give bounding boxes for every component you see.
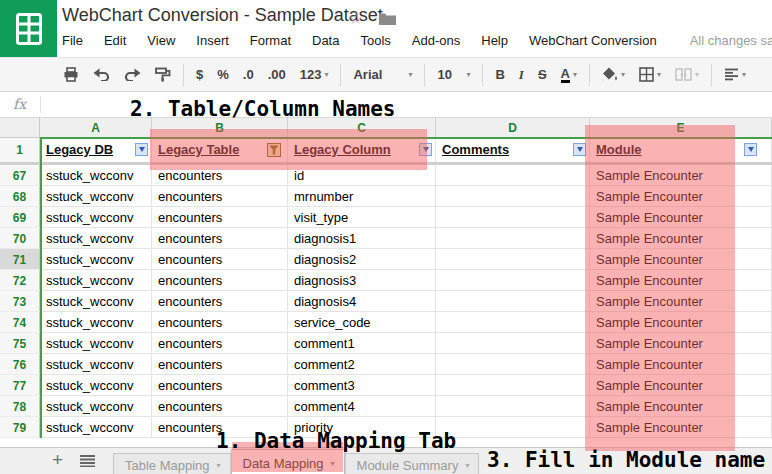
- paint-format-icon[interactable]: [148, 65, 178, 84]
- cell-a76[interactable]: sstuck_wcconv: [40, 354, 152, 375]
- cell-d69[interactable]: [436, 207, 590, 228]
- cell-c75[interactable]: comment1: [288, 333, 436, 354]
- header-cell-comments[interactable]: Comments: [436, 138, 590, 162]
- cell-a77[interactable]: sstuck_wcconv: [40, 375, 152, 396]
- row-header-69[interactable]: 69: [0, 207, 40, 228]
- percent-format-button[interactable]: %: [210, 65, 236, 84]
- row-header-74[interactable]: 74: [0, 312, 40, 333]
- menu-format[interactable]: Format: [250, 33, 291, 48]
- row-header-75[interactable]: 75: [0, 333, 40, 354]
- select-all-corner[interactable]: [0, 118, 40, 138]
- cell-d76[interactable]: [436, 354, 590, 375]
- all-sheets-icon[interactable]: [80, 455, 95, 467]
- cell-b74[interactable]: encounters: [152, 312, 288, 333]
- cell-c69[interactable]: visit_type: [288, 207, 436, 228]
- cell-a75[interactable]: sstuck_wcconv: [40, 333, 152, 354]
- sheet-tab-table-mapping[interactable]: Table Mapping▾: [113, 453, 231, 474]
- cell-b69[interactable]: encounters: [152, 207, 288, 228]
- cell-d72[interactable]: [436, 270, 590, 291]
- row-header-1[interactable]: 1: [0, 138, 40, 162]
- cell-a67[interactable]: sstuck_wcconv: [40, 165, 152, 186]
- cell-a69[interactable]: sstuck_wcconv: [40, 207, 152, 228]
- sheets-logo-icon[interactable]: [0, 0, 57, 57]
- text-color-button[interactable]: A ▾: [554, 65, 584, 85]
- cell-d71[interactable]: [436, 249, 590, 270]
- decrease-decimal-button[interactable]: .0: [236, 65, 261, 84]
- merge-cells-button[interactable]: ▾: [668, 66, 706, 83]
- cell-c78[interactable]: comment4: [288, 396, 436, 417]
- filter-dropdown-icon[interactable]: [744, 143, 757, 156]
- currency-format-button[interactable]: $: [189, 65, 210, 84]
- cell-d73[interactable]: [436, 291, 590, 312]
- more-formats-button[interactable]: 123 ▾: [293, 65, 336, 84]
- cell-a73[interactable]: sstuck_wcconv: [40, 291, 152, 312]
- borders-button[interactable]: ▾: [632, 65, 668, 84]
- row-header-77[interactable]: 77: [0, 375, 40, 396]
- cell-d68[interactable]: [436, 186, 590, 207]
- menu-edit[interactable]: Edit: [104, 33, 126, 48]
- folder-icon[interactable]: [379, 12, 396, 25]
- cell-b70[interactable]: encounters: [152, 228, 288, 249]
- cell-d78[interactable]: [436, 396, 590, 417]
- row-header-70[interactable]: 70: [0, 228, 40, 249]
- add-sheet-button[interactable]: +: [52, 449, 63, 471]
- menu-tools[interactable]: Tools: [360, 33, 390, 48]
- cell-d70[interactable]: [436, 228, 590, 249]
- filter-dropdown-icon[interactable]: [135, 143, 148, 156]
- increase-decimal-button[interactable]: .00: [261, 65, 293, 84]
- bold-button[interactable]: B: [488, 65, 511, 84]
- cell-c73[interactable]: diagnosis4: [288, 291, 436, 312]
- menu-add-ons[interactable]: Add-ons: [412, 33, 460, 48]
- row-header-71[interactable]: 71: [0, 249, 40, 270]
- cell-c70[interactable]: diagnosis1: [288, 228, 436, 249]
- menu-file[interactable]: File: [62, 33, 83, 48]
- star-icon[interactable]: ☆: [348, 8, 363, 29]
- cell-c76[interactable]: comment2: [288, 354, 436, 375]
- cell-d79[interactable]: [436, 417, 590, 438]
- cell-b68[interactable]: encounters: [152, 186, 288, 207]
- redo-icon[interactable]: [117, 66, 148, 83]
- menu-insert[interactable]: Insert: [196, 33, 229, 48]
- header-cell-legacy-db[interactable]: Legacy DB: [40, 138, 152, 162]
- cell-a72[interactable]: sstuck_wcconv: [40, 270, 152, 291]
- font-size-select[interactable]: 10 ▾: [430, 65, 477, 84]
- column-header-d[interactable]: D: [436, 118, 590, 138]
- cell-b71[interactable]: encounters: [152, 249, 288, 270]
- font-family-select[interactable]: Arial ▾: [346, 65, 419, 84]
- cell-a78[interactable]: sstuck_wcconv: [40, 396, 152, 417]
- row-header-76[interactable]: 76: [0, 354, 40, 375]
- cell-a79[interactable]: sstuck_wcconv: [40, 417, 152, 438]
- fill-color-button[interactable]: ▾: [595, 65, 632, 84]
- cell-b75[interactable]: encounters: [152, 333, 288, 354]
- menu-webchart-conversion[interactable]: WebChart Conversion: [529, 33, 657, 48]
- cell-a70[interactable]: sstuck_wcconv: [40, 228, 152, 249]
- sheet-tab-module-summary[interactable]: Module Summary▾: [345, 453, 480, 474]
- row-header-79[interactable]: 79: [0, 417, 40, 438]
- strikethrough-button[interactable]: S: [531, 65, 554, 84]
- cell-d75[interactable]: [436, 333, 590, 354]
- cell-c68[interactable]: mrnumber: [288, 186, 436, 207]
- cell-b78[interactable]: encounters: [152, 396, 288, 417]
- document-title[interactable]: WebChart Conversion - Sample Dataset: [62, 5, 383, 26]
- undo-icon[interactable]: [86, 66, 117, 83]
- menu-help[interactable]: Help: [481, 33, 508, 48]
- horizontal-align-button[interactable]: ▾: [717, 66, 753, 83]
- row-header-72[interactable]: 72: [0, 270, 40, 291]
- row-header-73[interactable]: 73: [0, 291, 40, 312]
- row-header-67[interactable]: 67: [0, 165, 40, 186]
- cell-c77[interactable]: comment3: [288, 375, 436, 396]
- cell-a71[interactable]: sstuck_wcconv: [40, 249, 152, 270]
- row-header-68[interactable]: 68: [0, 186, 40, 207]
- row-header-78[interactable]: 78: [0, 396, 40, 417]
- print-icon[interactable]: [56, 65, 86, 84]
- cell-a68[interactable]: sstuck_wcconv: [40, 186, 152, 207]
- cell-d74[interactable]: [436, 312, 590, 333]
- cell-b77[interactable]: encounters: [152, 375, 288, 396]
- cell-c71[interactable]: diagnosis2: [288, 249, 436, 270]
- italic-button[interactable]: I: [512, 65, 531, 85]
- menu-view[interactable]: View: [147, 33, 175, 48]
- cell-c72[interactable]: diagnosis3: [288, 270, 436, 291]
- cell-c74[interactable]: service_code: [288, 312, 436, 333]
- cell-d67[interactable]: [436, 165, 590, 186]
- column-header-a[interactable]: A: [40, 118, 152, 138]
